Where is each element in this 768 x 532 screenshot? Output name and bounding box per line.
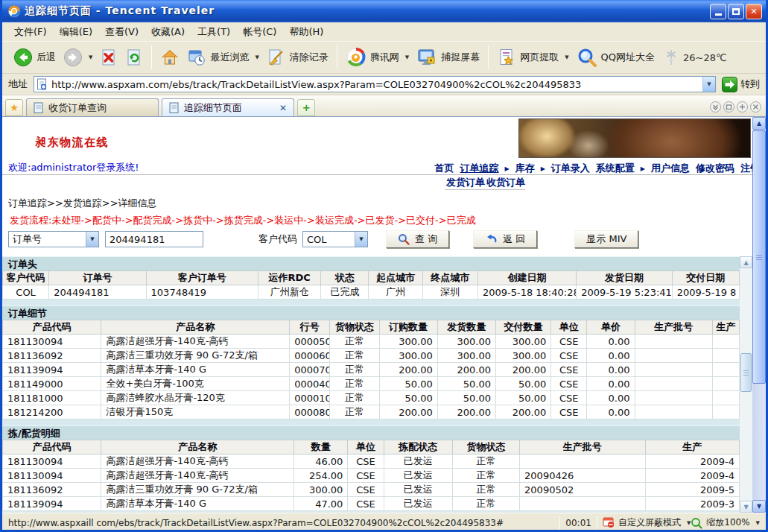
nav-item[interactable]: 订单追踪: [460, 162, 499, 175]
table-cell: 50.00: [379, 377, 437, 391]
order-field-value: 订单号: [13, 232, 42, 246]
back-button[interactable]: 后退: [10, 46, 60, 69]
table-row: 181149000全效+美白牙膏-100克000040正常50.0050.005…: [3, 377, 740, 391]
menu-item[interactable]: 文件(F): [14, 25, 47, 39]
tab-track-detail-page[interactable]: 追踪细节页面 ✕: [162, 98, 294, 116]
chevron-down-icon[interactable]: ▼: [355, 232, 367, 247]
inner-scrollbar-thumb[interactable]: [740, 353, 752, 392]
home-button[interactable]: [156, 46, 183, 69]
table-cell: 2009-5: [645, 483, 739, 497]
stop-button[interactable]: [96, 46, 121, 69]
minimize-button[interactable]: [710, 4, 726, 19]
customer-code-select[interactable]: COL ▼: [302, 231, 368, 247]
nav-item[interactable]: 首页: [435, 162, 454, 175]
table-cell: [712, 363, 739, 377]
tab-close-icon[interactable]: ✕: [279, 103, 287, 113]
return-button[interactable]: 返 回: [473, 230, 537, 248]
qq-dropdown-icon[interactable]: ▼: [405, 54, 409, 60]
table-cell: 000080: [290, 405, 330, 419]
table-header-row: 客户代码订单号客户订单号运作RDC状态起点城市终点城市创建日期发货日期交付日期: [3, 271, 740, 285]
address-input[interactable]: http://www.aspxam.com/ebs/track/TrackDet…: [34, 76, 716, 92]
tab-receiving-order-query[interactable]: 收货订单查询: [26, 98, 159, 116]
clear-records-button[interactable]: 清除记录: [263, 46, 332, 69]
show-miv-button[interactable]: 显示 MIV: [574, 230, 638, 248]
menu-item[interactable]: 帐号(C): [243, 25, 276, 39]
menu-item[interactable]: 查看(V): [105, 25, 139, 39]
block-mode-control[interactable]: 自定义屏蔽模式 ▼: [603, 516, 691, 529]
favorites-button[interactable]: ★: [5, 99, 23, 116]
table-cell: 181130094: [3, 455, 101, 469]
forward-button[interactable]: ▼: [60, 46, 96, 69]
recent-button[interactable]: 最近浏览 ▼: [183, 46, 262, 69]
toolbar-separator: [488, 45, 489, 69]
table-cell: [712, 377, 739, 391]
column-header: 状态: [321, 271, 369, 285]
address-url-text[interactable]: http://www.aspxam.com/ebs/track/TrackDet…: [51, 79, 699, 90]
table-cell: 181139094: [3, 497, 101, 511]
close-button[interactable]: ✕: [746, 4, 762, 19]
close-tabs-icon[interactable]: [750, 101, 761, 113]
extract-dropdown-icon[interactable]: ▼: [565, 54, 568, 60]
qq-site-button[interactable]: 腾讯网 ▼: [342, 45, 413, 69]
nav-item[interactable]: 用户信息: [651, 162, 690, 175]
qq-nav-button[interactable]: QQ网址大全: [573, 45, 658, 69]
scroll-down-icon[interactable]: ▼: [752, 500, 766, 513]
refresh-button[interactable]: [121, 46, 147, 69]
extract-page-button[interactable]: 网页提取 ▼: [493, 46, 572, 69]
tab-list-icon[interactable]: [710, 101, 721, 113]
zoom-control[interactable]: 缩放100% ▼: [691, 516, 760, 529]
order-no-input[interactable]: 204494181: [105, 231, 203, 247]
table-cell: 已发运: [384, 455, 452, 469]
scroll-up-icon[interactable]: ▲: [752, 117, 766, 130]
table-row: 181136092高露洁三重功效牙膏 90 G-72支/箱300.00CSE已发…: [3, 483, 740, 497]
table-cell: CSE: [551, 377, 587, 391]
submenu-item[interactable]: 收货订单: [485, 176, 525, 190]
table-row: 181136092高露洁三重功效牙膏 90 G-72支/箱000060正常300…: [3, 349, 740, 363]
capture-screen-button[interactable]: 捕捉屏幕: [413, 46, 483, 69]
table-cell: [635, 377, 712, 391]
tab-label: 收货订单查询: [48, 101, 107, 115]
inner-scrollbar[interactable]: ▲ ▼: [740, 256, 752, 513]
zoom-dropdown-icon[interactable]: ▼: [756, 520, 760, 526]
address-dropdown-icon[interactable]: ▼: [702, 77, 715, 92]
browser-scrollbar[interactable]: ▲ ▼: [752, 117, 766, 513]
table-cell: 已发运: [384, 469, 452, 483]
table-cell: 0.00: [587, 377, 635, 391]
table-cell: 50.00: [379, 391, 437, 405]
status-separator: [597, 516, 597, 530]
maximize-button[interactable]: [728, 4, 744, 19]
menu-item[interactable]: 收藏(A): [151, 25, 185, 39]
go-button[interactable]: 转到: [722, 77, 760, 92]
menu-item[interactable]: 编辑(E): [60, 25, 92, 39]
table-cell: 000010: [290, 391, 330, 405]
nav-item[interactable]: 库存: [515, 162, 535, 175]
scroll-up-icon[interactable]: ▲: [740, 256, 752, 268]
nav-item[interactable]: 系统配置: [596, 162, 635, 175]
main-nav: 首页订单追踪▶库存▶订单录入系统配置▶用户信息修改密码注销: [435, 162, 760, 175]
menu-item[interactable]: 帮助(H): [289, 25, 323, 39]
pick-detail-section-title: 拣/配货明细: [2, 425, 740, 440]
restore-tab-icon[interactable]: [723, 101, 734, 113]
titlebar: 追踪细节页面 - Tencent Traveler ✕: [2, 0, 766, 22]
new-tab-button[interactable]: ＋: [297, 99, 315, 116]
forward-dropdown-icon[interactable]: ▼: [89, 54, 92, 60]
table-cell: 46.00: [294, 455, 348, 469]
table-cell: 200.00: [379, 363, 437, 377]
menu-item[interactable]: 工具(T): [197, 25, 230, 39]
table-row: 181130094高露洁超强牙膏-140克-高钙46.00CSE已发运正常200…: [3, 455, 740, 469]
pin-tab-icon[interactable]: [737, 101, 748, 113]
order-field-select[interactable]: 订单号 ▼: [8, 231, 99, 247]
scroll-down-icon[interactable]: ▼: [740, 501, 752, 513]
nav-item[interactable]: 修改密码: [696, 162, 734, 175]
table-row: 181181000高露洁蜂胶水晶牙膏-120克000010正常50.0050.0…: [3, 391, 740, 405]
column-header: 产品代码: [3, 320, 101, 335]
nav-item[interactable]: 订单录入: [551, 162, 590, 175]
chevron-down-icon[interactable]: ▼: [86, 232, 98, 247]
weather-widget[interactable]: 26~28℃: [663, 48, 727, 66]
submenu-item[interactable]: 发货订单: [445, 176, 485, 190]
table-cell: 000060: [290, 349, 330, 363]
recent-dropdown-icon[interactable]: ▼: [255, 54, 258, 60]
search-button[interactable]: 查 询: [386, 230, 449, 248]
browser-scrollbar-thumb[interactable]: [752, 130, 766, 384]
table-cell: 深圳: [422, 285, 477, 300]
